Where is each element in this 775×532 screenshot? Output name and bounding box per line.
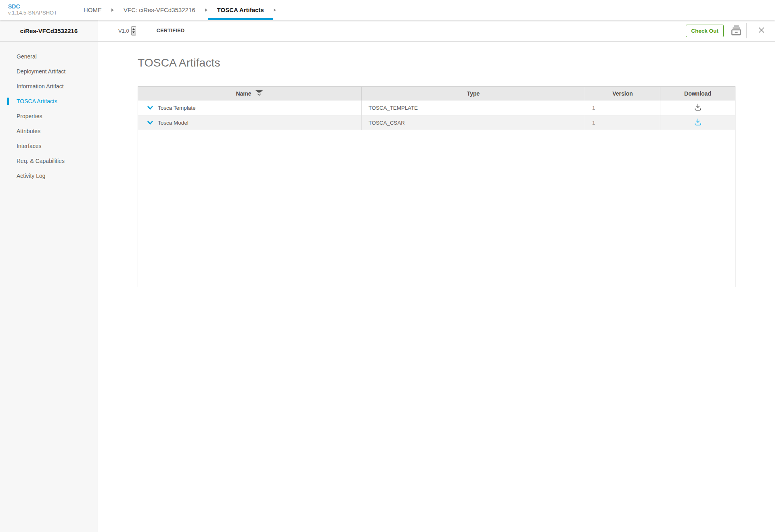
column-header-type: Type <box>362 87 585 100</box>
version-control: V1.0 <box>118 26 136 35</box>
column-header-download: Download <box>660 87 735 100</box>
table-row: Tosca Model TOSCA_CSAR 1 <box>138 115 735 130</box>
print-icon <box>731 25 742 37</box>
artifact-version: 1 <box>585 100 660 115</box>
page-title: TOSCA Artifacts <box>138 56 775 69</box>
sidebar-item-label: Properties <box>17 113 42 119</box>
artifact-name: Tosca Model <box>158 120 189 126</box>
breadcrumb-separator-icon <box>111 8 114 12</box>
sidebar: General Deployment Artifact Information … <box>0 42 98 532</box>
breadcrumb-separator-icon <box>274 8 276 12</box>
sidebar-item-general[interactable]: General <box>0 49 98 64</box>
lifecycle-state-badge: CERTIFIED <box>157 28 185 33</box>
artifact-name: Tosca Template <box>158 105 196 111</box>
expand-chevron-icon[interactable] <box>147 121 153 125</box>
download-button[interactable] <box>694 118 702 127</box>
version-spinner[interactable] <box>131 26 136 35</box>
sidebar-item-label: Attributes <box>17 128 40 134</box>
artifact-type: TOSCA_TEMPLATE <box>362 100 585 115</box>
sidebar-item-information-artifact[interactable]: Information Artifact <box>0 79 98 94</box>
tab-tosca-artifacts-label: TOSCA Artifacts <box>217 6 264 13</box>
tab-vfc-label: VFC: ciRes-VFCd3532216 <box>124 6 195 13</box>
expand-chevron-icon[interactable] <box>147 106 153 110</box>
sidebar-menu: General Deployment Artifact Information … <box>0 42 98 183</box>
sidebar-item-tosca-artifacts[interactable]: TOSCA Artifacts <box>0 94 98 108</box>
sidebar-item-label: General <box>17 53 37 60</box>
sidebar-item-label: Information Artifact <box>17 83 64 90</box>
breadcrumb: HOME VFC: ciRes-VFCd3532216 TOSCA Artifa… <box>75 0 277 20</box>
sidebar-item-properties[interactable]: Properties <box>0 108 98 123</box>
entity-title-box: ciRes-VFCd3532216 <box>0 20 98 41</box>
download-icon <box>694 118 702 127</box>
close-button[interactable] <box>758 27 765 34</box>
spinner-down-icon[interactable] <box>132 31 135 33</box>
sidebar-item-activity-log[interactable]: Activity Log <box>0 168 98 183</box>
artifacts-table: Name Type Version Download Tos <box>138 86 735 287</box>
entity-title: ciRes-VFCd3532216 <box>20 27 78 34</box>
version-label: V1.0 <box>118 28 129 34</box>
table-empty-area <box>138 130 735 287</box>
close-icon <box>758 27 765 34</box>
entity-header: ciRes-VFCd3532216 V1.0 CERTIFIED Check O… <box>0 20 775 42</box>
top-nav: SDC v.1.14.5-SNAPSHOT HOME VFC: ciRes-VF… <box>0 0 775 20</box>
logo-title: SDC <box>8 3 75 10</box>
header-divider <box>746 23 747 38</box>
sdc-logo: SDC v.1.14.5-SNAPSHOT <box>0 0 75 20</box>
breadcrumb-separator-icon <box>205 8 207 12</box>
sidebar-item-label: Activity Log <box>17 173 46 179</box>
column-header-version: Version <box>585 87 660 100</box>
spinner-up-icon[interactable] <box>132 28 135 30</box>
tab-home-label: HOME <box>84 6 102 13</box>
artifact-type: TOSCA_CSAR <box>362 115 585 130</box>
check-out-button[interactable]: Check Out <box>686 25 724 37</box>
sidebar-item-deployment-artifact[interactable]: Deployment Artifact <box>0 64 98 79</box>
table-header-row: Name Type Version Download <box>138 87 735 100</box>
main-content: TOSCA Artifacts Name Type Version Downlo… <box>98 42 775 532</box>
tab-vfc[interactable]: VFC: ciRes-VFCd3532216 <box>115 0 204 20</box>
tab-tosca-artifacts[interactable]: TOSCA Artifacts <box>208 0 273 20</box>
logo-version: v.1.14.5-SNAPSHOT <box>8 10 75 16</box>
header-divider <box>141 24 141 38</box>
download-button[interactable] <box>694 103 702 112</box>
sidebar-item-label: Req. & Capabilities <box>17 158 65 164</box>
sidebar-item-attributes[interactable]: Attributes <box>0 123 98 138</box>
table-row: Tosca Template TOSCA_TEMPLATE 1 <box>138 100 735 115</box>
download-icon <box>694 103 702 112</box>
sidebar-item-label: Interfaces <box>17 143 41 149</box>
sidebar-item-label: TOSCA Artifacts <box>17 98 57 104</box>
column-header-name[interactable]: Name <box>138 87 362 100</box>
tab-home[interactable]: HOME <box>75 0 111 20</box>
sidebar-item-req-capabilities[interactable]: Req. & Capabilities <box>0 153 98 168</box>
print-button[interactable] <box>731 25 742 37</box>
column-header-name-label: Name <box>236 90 251 97</box>
artifact-version: 1 <box>585 115 660 130</box>
sort-icon <box>255 90 264 97</box>
sidebar-item-label: Deployment Artifact <box>17 68 65 75</box>
sidebar-item-interfaces[interactable]: Interfaces <box>0 138 98 153</box>
